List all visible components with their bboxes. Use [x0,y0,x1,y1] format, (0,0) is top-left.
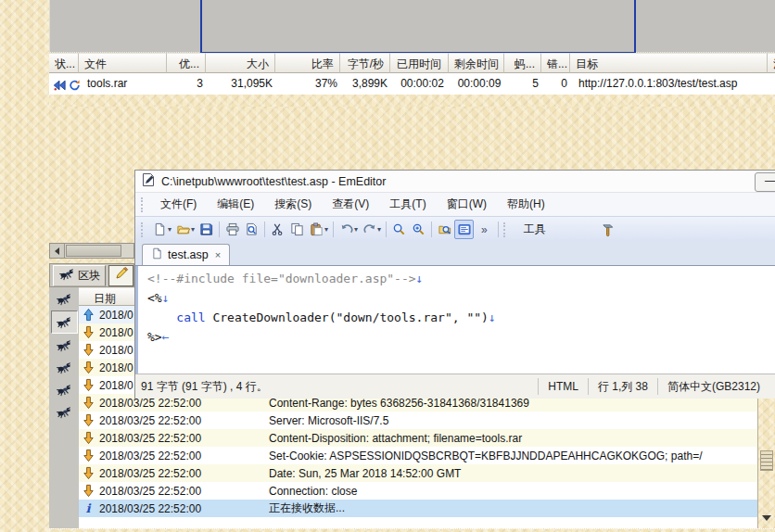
menu-item[interactable]: 编辑(E) [207,193,264,216]
main-toolbar: ▾▾▾▾▾ » 工具 [135,216,775,242]
title-bar[interactable]: C:\inetpub\wwwroot\test\test.asp - EmEdi… [135,171,775,192]
dropdown-arrow-icon[interactable]: ▾ [168,225,172,234]
scrollbar-thumb[interactable] [760,450,773,471]
print-icon[interactable] [222,220,242,239]
menu-item[interactable]: 工具(T) [379,193,436,216]
menu-item[interactable]: 窗口(W) [437,193,497,216]
download-cell: 31,095K [209,73,278,95]
download-cell [49,73,82,95]
open-folder-icon[interactable] [173,220,193,239]
save-icon[interactable] [197,220,216,239]
tab-blocks[interactable]: 区块 [53,265,106,286]
column-header[interactable]: 字节/秒 [340,53,390,73]
column-header[interactable]: 优... [167,53,206,73]
tab-label: test.asp [168,248,209,261]
scroll-left-arrow[interactable] [50,244,65,258]
column-header[interactable]: 文件 [79,53,167,73]
column-header[interactable]: 注... [768,53,775,73]
log-date: 2018/03/25 22:52:00 [97,432,269,445]
log-row[interactable]: 2018/03/25 22:52:00Content-Disposition: … [79,429,757,447]
log-row[interactable]: 2018/03/25 22:52:00Connection: close [79,482,757,500]
down-arrow-icon [82,361,95,374]
copy-icon[interactable] [287,220,307,239]
status-segment[interactable]: 行 1,列 38 [588,378,657,395]
dropdown-arrow-icon[interactable]: ▾ [324,225,328,234]
log-date: 2018/03/25 22:52:00 [97,450,269,462]
log-message: Date: Sun, 25 Mar 2018 14:52:00 GMT [269,467,757,480]
ant-icon [58,266,75,285]
code-editor[interactable]: <!--#include file="downloader.asp"-->↓<%… [135,266,775,374]
menu-item[interactable]: 查看(V) [322,193,379,216]
column-header[interactable]: 状... [49,53,79,73]
log-row[interactable]: 2018/03/25 22:52:00Server: Microsoft-IIS… [79,412,757,429]
down-arrow-icon [82,431,95,445]
top-graph-panel [49,0,775,53]
toolbar-grip [141,197,146,212]
download-cell: 00:00:02 [393,73,451,95]
menu-items: 文件(F)编辑(E)搜索(S)查看(V)工具(T)窗口(W)帮助(H) [150,193,555,216]
menu-item[interactable]: 搜索(S) [264,193,322,216]
toolbar-overflow-chevron[interactable]: » [481,223,488,236]
scrollbar-thumb[interactable] [66,245,121,257]
log-row[interactable]: 2018/03/25 22:52:00Date: Sun, 25 Mar 201… [79,464,757,482]
ant-button[interactable] [52,379,77,400]
document-icon [151,247,163,262]
menu-item[interactable]: 帮助(H) [497,193,555,216]
minimize-button[interactable]: — [755,172,775,192]
toolbar-grip [503,222,508,237]
undo-icon[interactable] [337,220,356,239]
ant-icon [56,337,72,353]
log-message: Connection: close [269,485,757,498]
rewind-status-icon [52,76,67,95]
column-header[interactable]: 蚂... [504,53,541,73]
download-cell: 5 [507,73,544,95]
column-header[interactable]: 大小 [206,53,275,73]
find-icon[interactable] [389,220,409,239]
code-line: call CreateDownloader("down/tools.rar", … [138,308,775,327]
column-header[interactable]: 目标 [570,53,768,73]
ant-toolbar-strip [49,287,80,532]
tab-close-icon[interactable]: × [215,249,221,260]
toolbar-separator [333,222,334,237]
log-row[interactable]: 2018/03/25 22:52:00Set-Cookie: ASPSESSIO… [79,447,757,464]
down-arrow-icon [82,413,95,427]
horizontal-scrollbar[interactable] [49,243,134,259]
redo-icon[interactable] [360,220,379,239]
dropdown-arrow-icon[interactable]: ▾ [354,225,358,234]
column-header[interactable]: 比率 [275,53,340,73]
log-date: 2018/03/25 22:52:00 [97,467,269,480]
column-header[interactable]: 已用时间 [390,53,449,73]
paste-icon[interactable] [307,220,326,239]
ant-button[interactable] [52,401,77,423]
scroll-down-arrow[interactable] [760,512,773,525]
log-row-icon [82,343,97,357]
column-header[interactable]: 错... [541,53,570,73]
ant-button[interactable] [52,335,77,356]
ant-icon [56,404,72,420]
show-marks-toggle-icon[interactable] [454,220,474,239]
netants-desktop: 状...文件优...大小比率字节/秒已用时间剩余时间蚂...错...目标注...… [0,0,775,532]
hammer-icon[interactable] [598,220,617,239]
cut-icon[interactable] [268,220,287,239]
dropdown-arrow-icon[interactable]: ▾ [191,225,195,234]
edit-button[interactable] [108,265,133,286]
column-header[interactable]: 剩余时间 [449,53,504,73]
status-segment[interactable]: 简体中文(GB2312) [657,378,769,395]
log-row[interactable]: i2018/03/25 22:52:00正在接收数据... [79,500,757,517]
dropdown-arrow-icon[interactable]: ▾ [377,225,381,234]
ant-button[interactable] [51,310,78,334]
download-row[interactable]: tools.rar331,095K37%3,899K00:00:0200:00:… [49,73,775,95]
new-doc-icon[interactable] [150,220,170,239]
download-cell: 37% [278,73,343,95]
toolbar-separator [264,222,265,237]
menu-item[interactable]: 文件(F) [150,193,207,216]
ant-button[interactable] [52,288,77,310]
print-preview-icon[interactable] [242,220,261,239]
ant-button[interactable] [52,357,77,378]
status-segment[interactable]: HTML [538,378,588,395]
replace-icon[interactable] [409,220,428,239]
find-in-files-icon[interactable] [435,220,454,239]
tab-test-asp[interactable]: test.asp × [142,244,230,265]
code-line: <%↓ [138,288,775,308]
log-date: 2018/03/25 22:52:00 [97,414,269,427]
